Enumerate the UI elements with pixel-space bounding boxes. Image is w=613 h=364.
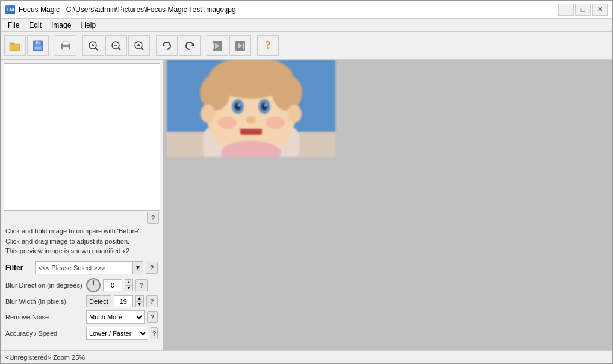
status-bar: <Unregistered> Zoom 25% — [1, 350, 612, 363]
blur-direction-input[interactable] — [103, 279, 122, 291]
blur-direction-help[interactable]: ? — [135, 279, 148, 291]
redo-button[interactable] — [179, 35, 201, 56]
blur-direction-label: Blur Direction (in degrees) — [5, 282, 84, 289]
menu-file[interactable]: File — [3, 19, 24, 31]
svg-rect-24 — [213, 43, 214, 49]
svg-point-41 — [246, 116, 256, 123]
svg-line-19 — [142, 48, 144, 50]
zoom-out-icon — [110, 40, 122, 52]
save-icon — [32, 40, 44, 52]
apply-before-button[interactable] — [207, 35, 228, 56]
svg-rect-42 — [240, 129, 262, 135]
blur-width-down[interactable]: ▼ — [135, 301, 144, 307]
title-bar-left: FM Focus Magic - C:\Users\admin\Pictures… — [5, 5, 236, 14]
svg-point-39 — [238, 104, 240, 106]
baby-image-container — [167, 60, 335, 157]
filter-label: Filter — [5, 264, 33, 272]
zoom-in-button[interactable] — [82, 35, 104, 56]
svg-point-40 — [264, 104, 267, 106]
main-content: ? Click and hold image to compare with '… — [1, 60, 612, 350]
filter-dropdown-btn[interactable]: ▼ — [132, 261, 143, 274]
accuracy-speed-select[interactable]: Lower / Faster Normal / Normal Higher / … — [86, 327, 148, 340]
toolbar-sep-5 — [252, 35, 256, 56]
remove-noise-label: Remove Noise — [5, 313, 84, 321]
detect-button[interactable]: Detect — [86, 295, 111, 307]
svg-line-13 — [96, 48, 98, 50]
apply-after-icon — [234, 40, 246, 52]
zoom-fit-icon — [133, 40, 145, 52]
status-text: <Unregistered> Zoom 25% — [5, 354, 85, 361]
save-button[interactable] — [27, 35, 49, 56]
accuracy-speed-help[interactable]: ? — [151, 327, 158, 339]
svg-rect-4 — [36, 41, 38, 43]
filter-dropdown-container: <<< Please Select >>> ▼ — [35, 261, 143, 274]
open-button[interactable] — [4, 35, 26, 56]
zoom-out-button[interactable] — [105, 35, 127, 56]
blur-direction-spin: ▲ ▼ — [125, 279, 133, 291]
accuracy-speed-row: Accuracy / Speed Lower / Faster Normal /… — [5, 327, 158, 340]
svg-rect-5 — [34, 46, 42, 50]
zoom-in-icon — [87, 40, 99, 52]
minimize-button[interactable]: ─ — [558, 4, 574, 16]
remove-noise-help[interactable]: ? — [147, 311, 158, 323]
redo-icon — [184, 40, 196, 52]
blur-width-help[interactable]: ? — [146, 295, 158, 307]
title-bar-controls: ─ □ ✕ — [558, 4, 608, 16]
svg-point-38 — [261, 103, 267, 110]
svg-rect-27 — [243, 43, 244, 49]
print-icon — [60, 40, 72, 52]
blur-width-spin: ▲ ▼ — [135, 295, 144, 307]
preview-help-button[interactable]: ? — [147, 212, 159, 224]
maximize-button[interactable]: □ — [575, 4, 591, 16]
left-panel: ? Click and hold image to compare with '… — [1, 60, 163, 350]
svg-point-44 — [266, 117, 285, 129]
blur-width-label: Blur Width (in pixels) — [5, 298, 84, 305]
toolbar-sep-2 — [78, 35, 81, 56]
blur-direction-row: Blur Direction (in degrees) ▲ ▼ ? — [5, 278, 158, 292]
preview-info-line1: Click and hold image to compare with 'Be… — [5, 226, 158, 236]
open-icon — [9, 40, 21, 52]
blur-width-input[interactable] — [114, 295, 133, 307]
svg-point-37 — [235, 103, 241, 110]
remove-noise-row: Remove Noise None Less Normal More Much … — [5, 310, 158, 324]
dial-marker — [93, 280, 94, 285]
menu-help[interactable]: Help — [76, 19, 101, 31]
accuracy-speed-label: Accuracy / Speed — [5, 330, 84, 337]
svg-point-34 — [272, 75, 302, 111]
toolbar: ? — [1, 32, 612, 60]
zoom-fit-button[interactable] — [128, 35, 150, 56]
svg-line-16 — [119, 48, 121, 50]
menu-image[interactable]: Image — [46, 19, 76, 31]
menu-edit[interactable]: Edit — [24, 19, 46, 31]
toolbar-sep-3 — [151, 35, 155, 56]
preview-info-line3: This preview image is shown magnified x2 — [5, 246, 158, 256]
close-button[interactable]: ✕ — [592, 4, 608, 16]
filter-row: Filter <<< Please Select >>> ▼ ? — [5, 261, 158, 274]
filter-select-display[interactable]: <<< Please Select >>> — [35, 261, 132, 274]
blur-width-up[interactable]: ▲ — [135, 295, 144, 301]
svg-point-18 — [137, 44, 140, 46]
svg-rect-9 — [68, 45, 69, 46]
apply-after-button[interactable] — [229, 35, 251, 56]
help-toolbar-button[interactable]: ? — [257, 35, 279, 56]
apply-before-icon — [211, 40, 223, 52]
blur-direction-down[interactable]: ▼ — [125, 285, 133, 291]
svg-point-33 — [200, 75, 230, 111]
undo-button[interactable] — [156, 35, 178, 56]
svg-rect-7 — [63, 42, 69, 45]
filter-help-button[interactable]: ? — [146, 262, 158, 274]
blur-direction-dial[interactable] — [86, 278, 101, 292]
canvas-area — [163, 60, 612, 350]
remove-noise-select[interactable]: None Less Normal More Much More — [86, 310, 145, 324]
blur-direction-up[interactable]: ▲ — [125, 279, 133, 285]
preview-area — [4, 63, 160, 211]
svg-point-45 — [201, 105, 215, 123]
svg-point-46 — [287, 105, 302, 123]
controls-panel: Filter <<< Please Select >>> ▼ ? Blur Di… — [1, 259, 163, 345]
svg-rect-0 — [10, 43, 14, 44]
blur-width-row: Blur Width (in pixels) Detect ▲ ▼ ? — [5, 295, 158, 307]
title-text: Focus Magic - C:\Users\admin\Pictures\Fo… — [19, 5, 236, 14]
print-button[interactable] — [55, 35, 76, 56]
app-icon: FM — [5, 5, 15, 14]
menu-bar: File Edit Image Help — [1, 19, 612, 32]
